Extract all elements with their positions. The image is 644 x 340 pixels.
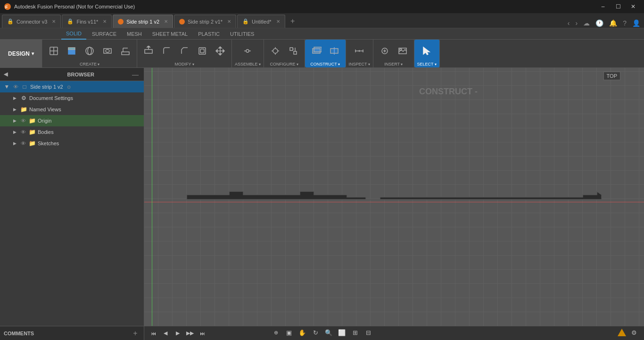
chamfer-button[interactable] [176, 42, 193, 60]
tree-item-sketches[interactable]: ▶ 👁 📁 Sketches [0, 138, 144, 149]
configure-btn1[interactable] [267, 42, 284, 60]
offset-plane-button[interactable] [308, 42, 325, 60]
lock-icon2: 🔒 [242, 18, 249, 25]
tab-untitled[interactable]: 🔒 Untitled* ✕ [237, 15, 285, 28]
tab-close-sidestrip1[interactable]: ✕ [164, 19, 168, 24]
lock-icon: 🔒 [67, 18, 74, 25]
visibility-icon[interactable]: 👁 [12, 83, 19, 90]
assemble-label[interactable]: ASSEMBLE [235, 62, 261, 66]
configure-label[interactable]: CONFIGURE [270, 62, 298, 66]
timeline-next-button[interactable]: ▶▶ [185, 328, 195, 339]
midplane-button[interactable] [326, 42, 343, 60]
minimize-button[interactable]: – [596, 1, 610, 12]
tab-close-untitled[interactable]: ✕ [276, 19, 280, 24]
modify-label[interactable]: MODIFY [175, 62, 194, 66]
grid-button[interactable]: ⊞ [349, 327, 361, 338]
tab-scroll-right[interactable]: › [574, 18, 580, 28]
tab-close-connector[interactable]: ✕ [52, 19, 56, 24]
tree-label-docsettings: Document Settings [29, 95, 73, 101]
titlebar: F Autodesk Fusion Personal (Not for Comm… [0, 0, 644, 13]
pan-icon[interactable]: ✋ [296, 327, 308, 338]
display-button[interactable]: ⊟ [362, 327, 374, 338]
tree-item-docsettings[interactable]: ▶ ⚙ Document Settings [0, 92, 144, 104]
bottom-section: COMMENTS + ⏮ ◀ ▶ ▶▶ ⏭ ⊕ ▣ ✋ ↻ 🔍 ⬜ ⊞ ⊟ ⚙ [0, 326, 644, 340]
tab-fins[interactable]: 🔒 Fins v11* ✕ [62, 15, 112, 28]
tree-item-bodies[interactable]: ▶ 👁 📁 Bodies [0, 126, 144, 138]
mode-tab-solid[interactable]: SOLID [61, 28, 86, 40]
hole-button[interactable] [99, 42, 116, 60]
svg-rect-38 [314, 47, 322, 52]
press-pull-button[interactable] [140, 42, 157, 60]
comments-label: COMMENTS [4, 331, 128, 336]
move-button[interactable] [212, 42, 229, 60]
svg-point-28 [273, 49, 278, 53]
eye-bodies[interactable]: 👁 [20, 129, 26, 135]
new-component-button[interactable] [45, 42, 62, 60]
construct-label[interactable]: CONSTRUCT [310, 62, 340, 66]
tab-close-fins[interactable]: ✕ [103, 19, 107, 24]
tree-item-origin[interactable]: ▶ 👁 📁 Origin [0, 115, 144, 126]
mode-tab-plastic[interactable]: PLASTIC [193, 28, 224, 40]
add-tab-button[interactable]: + [286, 15, 299, 28]
sketch-button[interactable] [117, 42, 134, 60]
revolve-button[interactable] [81, 42, 98, 60]
cloud-icon: ☁ [581, 18, 592, 28]
insert-image-button[interactable] [394, 42, 411, 60]
extrude-button[interactable] [63, 42, 80, 60]
fillet-button[interactable] [158, 42, 175, 60]
settings-button[interactable]: ⚙ [628, 327, 640, 338]
select-label[interactable]: SELECT [417, 62, 437, 66]
select-icons [418, 41, 435, 61]
inspect-label[interactable]: INSPECT [349, 62, 370, 66]
titlebar-left: F Autodesk Fusion Personal (Not for Comm… [4, 3, 135, 10]
tab-sidestrip2[interactable]: Side strip 2 v1* ✕ [174, 15, 236, 28]
maximize-button[interactable]: ☐ [611, 1, 625, 12]
snap-icon[interactable]: ⊕ [270, 327, 282, 338]
viewport[interactable]: TOP CONSTRUCT - [144, 68, 644, 326]
timeline-start-button[interactable]: ⏮ [148, 328, 158, 339]
tab-close-sidestrip2[interactable]: ✕ [227, 19, 231, 24]
orbit-icon[interactable]: ↻ [309, 327, 322, 338]
help-icon: ? [621, 18, 628, 28]
measure-button[interactable] [351, 42, 368, 60]
insert-label[interactable]: INSERT [384, 62, 403, 66]
mode-tab-surface[interactable]: SURFACE [87, 28, 121, 40]
tree-label-sketches: Sketches [38, 141, 59, 146]
view-cube-icon[interactable]: ▣ [283, 327, 295, 338]
tab-scroll-left[interactable]: ‹ [566, 18, 572, 28]
mode-tab-mesh[interactable]: MESH [122, 28, 147, 40]
tree-item-namedviews[interactable]: ▶ 📁 Named Views [0, 104, 144, 115]
svg-point-25 [246, 50, 249, 52]
fit-view-button[interactable]: ⬜ [336, 327, 348, 338]
timeline-end-button[interactable]: ⏭ [197, 328, 207, 339]
eye-origin[interactable]: 👁 [20, 117, 26, 124]
zoom-icon[interactable]: 🔍 [322, 327, 335, 338]
shell-button[interactable] [194, 42, 211, 60]
insert-derive-button[interactable] [376, 42, 393, 60]
view-label[interactable]: TOP [603, 72, 620, 80]
tree-root-item[interactable]: ▶ 👁 □ Side strip 1 v2 ⊙ [0, 81, 144, 92]
browser-collapse-button[interactable]: — [131, 70, 140, 79]
create-label[interactable]: CREATE [80, 62, 99, 66]
construct-icons [308, 41, 343, 61]
clock-icon: 🕐 [594, 18, 605, 28]
tab-sidestrip1[interactable]: Side strip 1 v2 ✕ [113, 15, 173, 28]
design-button[interactable]: DESIGN [0, 40, 42, 67]
configure-btn2[interactable] [285, 42, 302, 60]
close-button[interactable]: ✕ [626, 1, 640, 12]
eye-sketches[interactable]: 👁 [20, 140, 26, 147]
add-comment-button[interactable]: + [131, 329, 140, 338]
select-button[interactable] [418, 42, 435, 60]
titlebar-controls[interactable]: – ☐ ✕ [596, 1, 640, 12]
mode-tab-utilities[interactable]: UTILITIES [225, 28, 259, 40]
tab-connector[interactable]: 🔒 Connector v3 ✕ [2, 15, 61, 28]
tree-arrow-bodies: ▶ [11, 129, 18, 135]
back-arrow[interactable]: ◀ [4, 71, 65, 77]
svg-point-49 [400, 49, 402, 50]
mode-tab-sheetmetal[interactable]: SHEET METAL [148, 28, 192, 40]
joint-button[interactable] [239, 42, 256, 60]
svg-rect-18 [200, 49, 204, 53]
timeline-play-button[interactable]: ▶ [173, 328, 183, 339]
svg-marker-22 [219, 54, 222, 55]
timeline-prev-button[interactable]: ◀ [160, 328, 171, 339]
